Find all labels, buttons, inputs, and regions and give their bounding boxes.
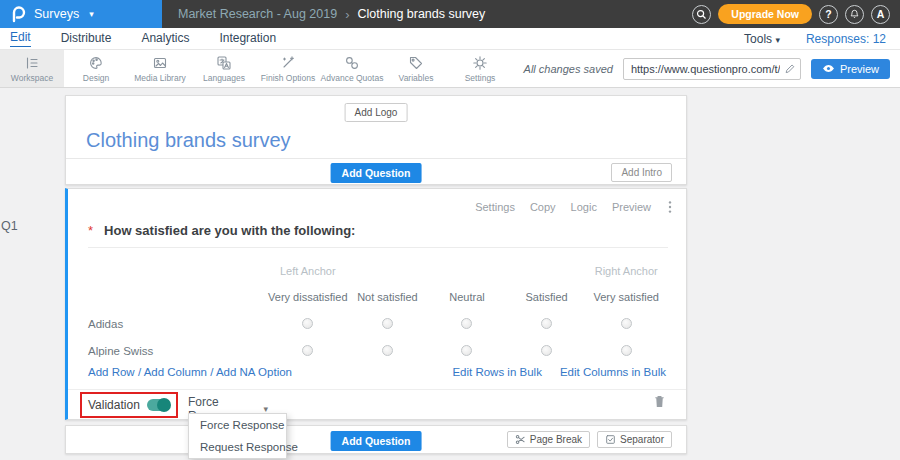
search-icon [696, 9, 707, 20]
question-actions: Settings Copy Logic Preview [475, 200, 674, 214]
tool-variables[interactable]: Variables [384, 50, 448, 87]
survey-title[interactable]: Clothing brands survey [86, 129, 291, 152]
notifications-button[interactable] [845, 5, 864, 24]
left-anchor-label[interactable]: Left Anchor [268, 259, 348, 283]
question-logic-link[interactable]: Logic [571, 201, 597, 213]
radio-button[interactable] [382, 345, 393, 356]
question-card: Settings Copy Logic Preview * How satisf… [65, 188, 687, 420]
validation-toggle[interactable] [147, 399, 170, 411]
radio-button[interactable] [382, 318, 393, 329]
add-question-button-bottom[interactable]: Add Question [331, 431, 422, 451]
image-icon [152, 55, 168, 71]
scissors-icon [515, 434, 526, 445]
product-switcher-label[interactable]: Surveys [34, 7, 79, 21]
help-button[interactable]: ? [819, 5, 838, 24]
question-number: Q1 [1, 219, 18, 233]
question-text-row: * How satisfied are you with the followi… [88, 223, 668, 248]
column-header[interactable]: Neutral [427, 283, 507, 310]
dropdown-option-force-response[interactable]: Force Response [189, 414, 286, 436]
survey-url-input[interactable] [623, 58, 801, 80]
eye-icon [822, 64, 835, 73]
translate-icon [216, 55, 232, 71]
chevron-down-icon: ▾ [775, 35, 780, 45]
add-na-option-link[interactable]: Add NA Option [216, 366, 292, 378]
save-status: All changes saved [524, 63, 613, 75]
bell-icon [849, 8, 860, 20]
add-intro-button[interactable]: Add Intro [611, 163, 672, 182]
tools-menu[interactable]: Tools ▾ [744, 32, 780, 46]
tool-finish-options[interactable]: Finish Options [256, 50, 320, 87]
palette-icon [88, 55, 104, 71]
upgrade-now-button[interactable]: Upgrade Now [718, 4, 812, 24]
page-break-button[interactable]: Page Break [507, 431, 590, 448]
kebab-menu-icon[interactable] [666, 200, 674, 214]
edit-columns-bulk-link[interactable]: Edit Columns in Bulk [560, 366, 666, 378]
add-question-button-top[interactable]: Add Question [331, 163, 422, 183]
tool-languages[interactable]: Languages [192, 50, 256, 87]
survey-canvas: Q1 Add Logo Clothing brands survey Add Q… [0, 88, 900, 460]
column-header[interactable]: Very dissatisfied [268, 283, 348, 310]
responses-count[interactable]: Responses: 12 [806, 32, 886, 46]
tool-design[interactable]: Design [64, 50, 128, 87]
edit-url-icon[interactable] [784, 62, 796, 75]
preview-button[interactable]: Preview [811, 59, 890, 79]
validation-bar: Validation Force Response ▾ [68, 389, 686, 419]
brand-area[interactable]: Surveys ▾ [0, 0, 162, 28]
question-preview-link[interactable]: Preview [612, 201, 651, 213]
edit-toolbar: Workspace Design Media Library Languages… [0, 50, 900, 88]
column-header[interactable]: Very satisfied [586, 283, 666, 310]
radio-button[interactable] [302, 345, 313, 356]
row-label[interactable]: Adidas [88, 310, 268, 337]
right-anchor-label[interactable]: Right Anchor [586, 259, 666, 283]
question-settings-link[interactable]: Settings [475, 201, 515, 213]
delete-question-button[interactable] [653, 394, 666, 409]
bulk-edit-links: Edit Rows in Bulk Edit Columns in Bulk [452, 366, 666, 378]
edit-rows-bulk-link[interactable]: Edit Rows in Bulk [452, 366, 541, 378]
tool-advance-quotas[interactable]: Advance Quotas [320, 50, 384, 87]
trash-icon [653, 394, 666, 409]
add-row-link[interactable]: Add Row [88, 366, 135, 378]
search-button[interactable] [692, 5, 711, 24]
survey-header-card: Add Logo Clothing brands survey Add Ques… [65, 95, 687, 185]
breadcrumb-current: Clothing brands survey [357, 7, 485, 21]
radio-button[interactable] [302, 318, 313, 329]
dropdown-option-request-response[interactable]: Request Response [189, 436, 286, 458]
required-marker: * [88, 223, 93, 238]
radio-button[interactable] [541, 318, 552, 329]
matrix-edit-links: Add Row / Add Column / Add NA Option [88, 366, 292, 378]
question-copy-link[interactable]: Copy [530, 201, 556, 213]
radio-button[interactable] [461, 318, 472, 329]
add-column-link[interactable]: Add Column [144, 366, 207, 378]
nav-tab-edit[interactable]: Edit [10, 30, 31, 47]
survey-nav: Edit Distribute Analytics Integration To… [0, 28, 900, 50]
row-label[interactable]: Alpine Swiss [88, 337, 268, 364]
nav-tab-integration[interactable]: Integration [219, 31, 276, 47]
column-header[interactable]: Satisfied [507, 283, 587, 310]
column-header[interactable]: Not satisfied [348, 283, 428, 310]
breadcrumb-folder[interactable]: Market Research - Aug 2019 [178, 7, 337, 21]
radio-button[interactable] [621, 345, 632, 356]
tool-workspace[interactable]: Workspace [0, 50, 64, 87]
question-text[interactable]: How satisfied are you with the following… [104, 223, 355, 238]
nav-tab-analytics[interactable]: Analytics [141, 31, 189, 47]
validation-label: Validation [88, 398, 140, 412]
breadcrumb-separator-icon: › [345, 7, 349, 22]
radio-button[interactable] [461, 345, 472, 356]
breadcrumb: Market Research - Aug 2019 › Clothing br… [178, 7, 485, 22]
chain-icon [344, 55, 360, 71]
tool-settings[interactable]: Settings [448, 50, 512, 87]
wand-icon [280, 55, 296, 71]
chevron-down-icon: ▾ [89, 9, 94, 19]
add-question-row: Add Question Add Intro [66, 158, 686, 184]
add-logo-button[interactable]: Add Logo [345, 103, 408, 122]
survey-url-box [623, 58, 801, 80]
radio-button[interactable] [621, 318, 632, 329]
radio-button[interactable] [541, 345, 552, 356]
separator-button[interactable]: Separator [597, 431, 672, 448]
tool-media-library[interactable]: Media Library [128, 50, 192, 87]
questionpro-logo-icon [10, 5, 26, 23]
nav-tab-distribute[interactable]: Distribute [61, 31, 112, 47]
avatar[interactable]: A [871, 5, 890, 24]
topbar-actions: Upgrade Now ? A [692, 4, 900, 24]
checkbox-icon [605, 434, 616, 445]
